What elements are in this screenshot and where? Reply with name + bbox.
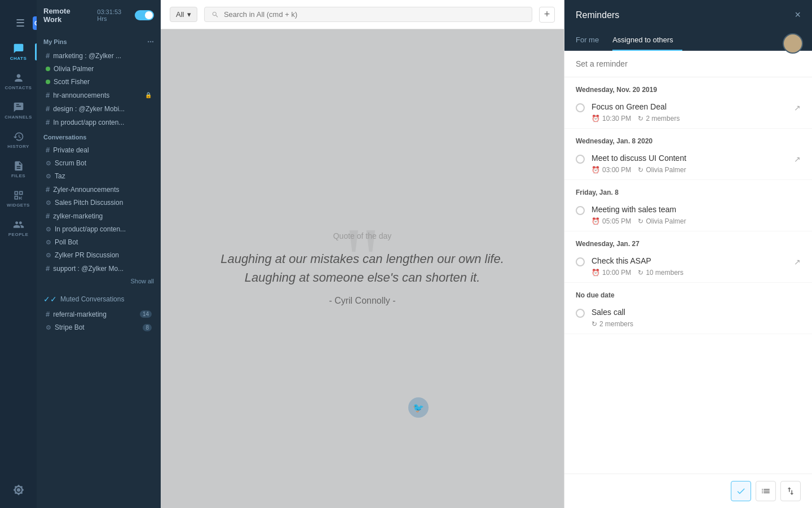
clock-icon: ⏰ <box>592 217 600 225</box>
conv-sales-pitch[interactable]: ⚙ Sales Pitch Discussion <box>39 196 158 209</box>
sidebar-item-contacts[interactable]: CONTACTS <box>0 67 37 96</box>
reminders-header: Reminders × <box>564 0 812 30</box>
reminder-discuss-ui: Meet to discuss UI Content ⏰ 03:00 PM ↻ … <box>564 148 812 180</box>
reminders-footer <box>564 474 812 508</box>
hamburger-menu[interactable]: ☰ <box>6 12 29 34</box>
reminder-members: ↻ 10 members <box>638 269 683 277</box>
reminder-circle[interactable] <box>576 257 585 266</box>
reminders-input-area <box>564 51 812 77</box>
clock-icon: ⏰ <box>592 115 600 122</box>
date-label: No due date <box>576 291 615 299</box>
conv-zyler-announcements[interactable]: # Zyler-Announcements <box>39 183 158 196</box>
conv-zylker-pr[interactable]: ⚙ Zylker PR Discussion <box>39 249 158 261</box>
reminder-link-icon[interactable]: ↗ <box>794 257 801 266</box>
reminders-close-button[interactable]: × <box>795 9 801 21</box>
sidebar-item-channels[interactable]: CHANNELS <box>0 96 37 125</box>
workspace-toggle[interactable] <box>135 10 154 20</box>
reminder-name: Meeting with sales team <box>592 205 801 214</box>
search-input[interactable] <box>224 10 525 19</box>
conv-taz[interactable]: ⚙ Taz <box>39 170 158 182</box>
members-icon: ↻ <box>592 320 597 328</box>
quote-author: - Cyril Connolly - <box>329 296 395 306</box>
conv-support[interactable]: # support : @Zylker Mo... <box>39 262 158 275</box>
date-label: Wednesday, Jan. 8 2020 <box>576 137 652 145</box>
conv-zylker-marketing[interactable]: # zylker-marketing <box>39 209 158 222</box>
reminder-input[interactable] <box>576 59 801 68</box>
reminder-circle[interactable] <box>576 103 585 112</box>
reminder-circle[interactable] <box>576 206 585 215</box>
bot-icon: ⚙ <box>46 226 51 233</box>
conv-in-product[interactable]: ⚙ In product/app conten... <box>39 223 158 235</box>
reminder-link-icon[interactable]: ↗ <box>794 103 801 112</box>
twitter-icon: 🐦 <box>408 397 429 418</box>
pin-item-design[interactable]: # design : @Zyker Mobi... <box>39 102 158 115</box>
date-section-nov20: Wednesday, Nov. 20 2019 <box>564 77 812 97</box>
reminders-title: Reminders <box>576 10 619 20</box>
reminder-circle[interactable] <box>576 309 585 318</box>
date-section-jan27: Wednesday, Jan. 27 <box>564 231 812 251</box>
reminder-name: Sales call <box>592 308 801 317</box>
history-label: HISTORY <box>7 144 29 149</box>
reminder-time: ⏰ 10:00 PM <box>592 269 631 277</box>
quote-label: Quote of the day <box>333 231 392 240</box>
search-input-wrap <box>204 7 532 22</box>
bot-icon: ⚙ <box>46 173 51 180</box>
reminder-time: ⏰ 10:30 PM <box>592 115 631 122</box>
online-dot <box>46 80 50 84</box>
sidebar-item-history[interactable]: HISTORY <box>0 125 37 155</box>
footer-filter-button[interactable] <box>780 481 801 501</box>
date-section-no-due: No due date <box>564 283 812 302</box>
sidebar-nav: ☰ C Cliq CHATS CONTACTS CHANNELS <box>0 0 37 508</box>
my-pins-section-title: My Pins ··· <box>37 33 161 49</box>
muted-header: ✓✓ Muted Conversations <box>37 291 161 307</box>
widgets-label: WIDGETS <box>7 203 30 208</box>
footer-check-button[interactable] <box>731 481 751 501</box>
pin-item-scott[interactable]: Scott Fisher <box>39 76 158 88</box>
members-icon: ↻ <box>638 269 643 277</box>
channels-label: CHANNELS <box>5 115 32 120</box>
main-content: All ▾ + " Quote of the day Laughing at o… <box>161 0 564 508</box>
contacts-label: CONTACTS <box>5 85 32 90</box>
reminder-time: ⏰ 05:05 PM <box>592 217 631 225</box>
tab-assigned-to-others[interactable]: Assigned to others <box>612 30 682 50</box>
date-section-jan8-2020: Wednesday, Jan. 8 2020 <box>564 129 812 148</box>
footer-list-button[interactable] <box>756 481 776 501</box>
avatar <box>783 33 803 54</box>
members-icon: ↻ <box>638 166 643 174</box>
muted-item-stripe[interactable]: ⚙ Stripe Bot 8 <box>39 321 158 334</box>
search-filter-dropdown[interactable]: All ▾ <box>170 7 197 22</box>
lock-icon: 🔒 <box>145 92 152 98</box>
date-label: Wednesday, Jan. 27 <box>576 240 639 248</box>
sidebar-item-widgets[interactable]: WIDGETS <box>0 184 37 213</box>
my-pins-more[interactable]: ··· <box>147 37 154 46</box>
tab-for-me[interactable]: For me <box>576 30 608 50</box>
pin-item-hr[interactable]: # hr-announcements 🔒 <box>39 89 158 102</box>
sidebar-item-chats[interactable]: CHATS <box>0 37 37 67</box>
reminder-link-icon[interactable]: ↗ <box>794 155 801 164</box>
bot-icon: ⚙ <box>46 252 51 259</box>
members-icon: ↻ <box>638 217 643 225</box>
quote-text: Laughing at our mistakes can lengthen ou… <box>220 249 504 287</box>
pin-item-olivia[interactable]: Olivia Palmer <box>39 63 158 75</box>
show-all-button[interactable]: Show all <box>37 275 161 287</box>
conv-scrum-bot[interactable]: ⚙ Scrum Bot <box>39 157 158 169</box>
search-filter-label: All <box>176 10 184 19</box>
clock-icon: ⏰ <box>592 269 600 277</box>
conv-poll-bot[interactable]: ⚙ Poll Bot <box>39 236 158 248</box>
reminder-meeting-sales: Meeting with sales team ⏰ 05:05 PM ↻ Oli… <box>564 199 812 231</box>
theme-toggle[interactable] <box>0 479 37 501</box>
members-icon: ↻ <box>638 115 643 122</box>
muted-item-referral[interactable]: # referral-marketing 14 <box>39 308 158 321</box>
reminder-focus-green-deal: Focus on Green Deal ⏰ 10:30 PM ↻ 2 membe… <box>564 97 812 129</box>
reminder-circle[interactable] <box>576 155 585 164</box>
reminder-members: ↻ 2 members <box>592 320 633 328</box>
muted-section: ✓✓ Muted Conversations # referral-market… <box>37 291 161 334</box>
conv-private-deal[interactable]: # Private deal <box>39 143 158 156</box>
sidebar-item-files[interactable]: FILES <box>0 155 37 184</box>
search-add-button[interactable]: + <box>539 7 555 23</box>
chats-label: CHATS <box>10 56 27 61</box>
pin-item-marketing[interactable]: # marketing : @Zylker ... <box>39 49 158 62</box>
search-icon <box>211 11 219 19</box>
sidebar-item-people[interactable]: PEOPLE <box>0 213 37 243</box>
pin-item-product[interactable]: # In product/app conten... <box>39 116 158 129</box>
